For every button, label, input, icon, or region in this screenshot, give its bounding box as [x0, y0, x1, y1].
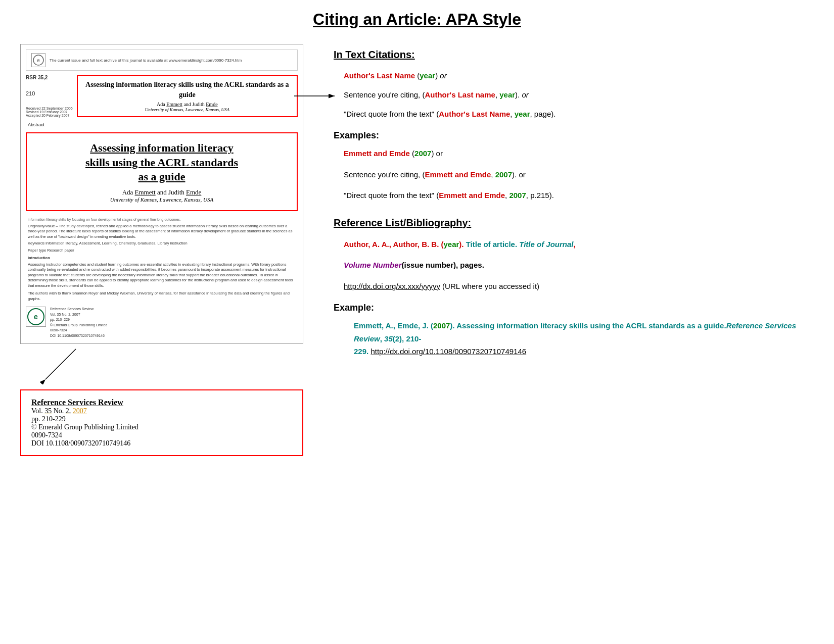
ref-doi: DOI 10.1108/00907320710749146 — [31, 439, 292, 448]
ref-vol-template: Volume Number — [344, 261, 401, 269]
bottom-arrow-svg — [35, 344, 96, 384]
in-text-heading: In Text Citations: — [334, 49, 804, 61]
citation-line-1: Author's Last Name (year) or — [334, 70, 804, 82]
ref-issn: 0090-7324 — [31, 431, 292, 439]
citation-line-3: "Direct quote from the text" (Author's L… — [334, 108, 804, 120]
article-top-section: RSR 35,2 210 Received 22 September 2006 … — [26, 75, 298, 117]
ref-journal-template: Title of Journal — [519, 240, 573, 249]
ref-publisher: © Emerald Group Publishing Limited — [31, 423, 292, 431]
originality-text: Originality/value – The study developed,… — [28, 224, 296, 240]
ref-list-heading: Reference List/Bibliography: — [334, 217, 804, 229]
ref-author-template: Author, A. A., Author, B. B. ( — [344, 240, 443, 249]
line1-year: year — [420, 71, 435, 80]
ref-year-template: year — [443, 240, 459, 249]
header-url-text: The current issue and full text archive … — [50, 58, 242, 63]
example-2: Sentence you're citing, (Emmett and Emde… — [334, 168, 804, 181]
ex3-year: 2007 — [509, 191, 526, 200]
final-example-section: Example: Emmett, A., Emde, J. (2007). As… — [334, 303, 804, 358]
svg-text:e: e — [37, 58, 40, 63]
intro-header: Introduction — [28, 256, 296, 261]
final-example: Emmett, A., Emde, J. (2007). Assessing i… — [334, 319, 804, 358]
line3-author: Author's Last Name — [439, 110, 510, 118]
citation-line-2: Sentence you're citing, (Author's Last n… — [334, 89, 804, 101]
example-1: Emmett and Emde (2007) or — [334, 147, 804, 160]
ref-pp: pp. 210-229 — [31, 415, 292, 423]
article-institution-small: University of Kansas, Lawrence, Kansas, … — [84, 107, 291, 112]
emerald-logo-bottom: e — [26, 307, 46, 327]
article-authors-small: Ada Emmett and Judith Emde — [84, 102, 291, 107]
ref-url-template: http://dx.doi.org/xx.xxx/yyyyy — [344, 282, 440, 290]
ref-vol-line: Volume Number(issue number), pages. — [334, 259, 804, 272]
reference-box: Reference Services Review Vol. 35 No. 2,… — [20, 389, 303, 456]
accepted-date: Accepted 20 February 2007 — [26, 114, 73, 117]
examples-heading: Examples: — [334, 130, 804, 141]
ex-final-author: Emmett, A., Emde, J. ( — [354, 321, 433, 330]
article-mockup: e The current issue and full text archiv… — [20, 44, 303, 344]
paper-type: Paper type Research paper — [28, 248, 296, 254]
ex-final-doi: http://dx.doi.org/10.1108/00907320710749… — [370, 347, 526, 356]
ex3-author: Emmett and Emde — [439, 191, 505, 200]
intro-text: Assessing instructor competencies and st… — [28, 262, 296, 289]
ref-format-line: Author, A. A., Author, B. B. (year). Tit… — [334, 238, 804, 251]
ref-journal-name: Reference Services Review — [31, 398, 292, 407]
left-panel: e The current issue and full text archiv… — [20, 44, 303, 456]
article-big-title-section: Assessing information literacy skills us… — [26, 132, 298, 211]
line1-author: Author's Last Name — [344, 71, 415, 80]
right-panel: In Text Citations: Author's Last Name (y… — [323, 44, 814, 456]
svg-line-7 — [45, 349, 76, 379]
ex2-year: 2007 — [495, 170, 512, 179]
journal-meta-small: Reference Services Review Vol. 35 No. 2,… — [50, 307, 107, 338]
page-title: Citing an Article: APA Style — [20, 10, 814, 29]
page-number: 210 — [26, 90, 73, 96]
article-title-small: Assessing information literacy skills us… — [84, 80, 291, 100]
revised-date: Revised 19 February 2007 — [26, 110, 73, 114]
ex1-year: 2007 — [414, 149, 431, 158]
article-header: e The current issue and full text archiv… — [26, 49, 298, 71]
ref-url-suffix: (URL where you accessed it) — [440, 282, 539, 290]
line3-year: year — [515, 110, 530, 118]
big-institution: University of Kansas, Lawrence, Kansas, … — [34, 196, 289, 203]
emerald-logo-top: e — [31, 53, 45, 67]
rsr-label: RSR 35,2 — [26, 75, 73, 80]
article-title-box: Assessing information literacy skills us… — [77, 75, 298, 117]
ref-title-template: Title of article. — [466, 240, 520, 249]
ex-final-title: Assessing information literacy skills us… — [456, 321, 726, 330]
big-authors: Ada Emmett and Judith Emde — [34, 188, 289, 196]
example-label: Example: — [334, 303, 804, 313]
ref-list-section: Reference List/Bibliography: Author, A. … — [334, 217, 804, 293]
big-title: Assessing information literacy skills us… — [34, 141, 289, 184]
article-bottom-left: e Reference Services Review Vol. 35 No. … — [26, 307, 298, 338]
ex2-author: Emmett and Emde — [425, 170, 491, 179]
ex-final-year: 2007 — [433, 321, 450, 330]
line2-author: Author's Last name — [425, 90, 495, 99]
abstract-label: Abstract — [26, 121, 298, 128]
example-3: "Direct quote from the text" (Emmett and… — [334, 189, 804, 202]
ex1-author: Emmett and Emde — [344, 149, 410, 158]
keywords-text: Keywords Information literacy, Assessmen… — [28, 241, 296, 246]
acknowledgement: The authors wish to thank Shannon Royer … — [28, 291, 296, 302]
received-date: Received 22 September 2006 — [26, 107, 73, 110]
ex-final-vol: 35 — [384, 334, 393, 343]
article-body: information literacy skills by focusing … — [26, 215, 298, 304]
svg-text:e: e — [34, 313, 38, 321]
ref-vol: Vol. 35 No. 2, 2007 — [31, 407, 292, 415]
ref-url-line: http://dx.doi.org/xx.xxx/yyyyy (URL wher… — [334, 280, 804, 293]
line2-year: year — [499, 90, 515, 99]
title-arrow — [294, 86, 340, 106]
article-meta-left: RSR 35,2 210 Received 22 September 2006 … — [26, 75, 73, 117]
